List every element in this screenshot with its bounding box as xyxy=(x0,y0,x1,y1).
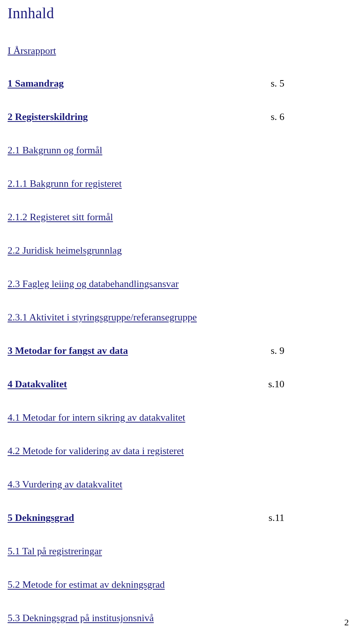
page-title: Innhald xyxy=(8,5,288,22)
toc-row: 5.2 Metode for estimat av dekningsgrad xyxy=(8,579,288,590)
toc-row: 2.2 Juridisk heimelsgrunnlag xyxy=(8,245,288,256)
toc-entry-label[interactable]: 4.1 Metodar for intern sikring av datakv… xyxy=(8,412,185,423)
toc-entry-page: s. 5 xyxy=(271,78,288,89)
toc-entry-label[interactable]: 2.2 Juridisk heimelsgrunnlag xyxy=(8,245,122,256)
toc-row: 4.2 Metode for validering av data i regi… xyxy=(8,445,288,457)
content-column: Innhald I Årsrapport 1 Samandrags. 52 Re… xyxy=(8,5,288,639)
toc-row: 4.3 Vurdering av datakvalitet xyxy=(8,479,288,490)
toc-list: 1 Samandrags. 52 Registerskildrings. 62.… xyxy=(8,78,288,639)
toc-entry-page: s.11 xyxy=(268,512,288,524)
toc-entry-label[interactable]: 3 Metodar for fangst av data xyxy=(8,345,128,357)
page-number: 2 xyxy=(344,617,349,628)
toc-row: 4 Datakvalitets.10 xyxy=(8,379,288,390)
toc-row: 2.1 Bakgrunn og formål xyxy=(8,145,288,156)
toc-entry-label[interactable]: 2.1.2 Registeret sitt formål xyxy=(8,211,113,223)
toc-entry-label[interactable]: 2.1.1 Bakgrunn for registeret xyxy=(8,178,122,189)
toc-entry-label[interactable]: 2.3 Fagleg leiing og databehandlingsansv… xyxy=(8,278,179,290)
toc-row: 5.3 Dekningsgrad på institusjonsnivå xyxy=(8,612,288,624)
toc-row: 5 Dekningsgrads.11 xyxy=(8,512,288,524)
toc-entry-label[interactable]: 4 Datakvalitet xyxy=(8,379,67,390)
toc-entry-page: s. 9 xyxy=(271,345,288,357)
toc-row: 2.3.1 Aktivitet i styringsgruppe/referan… xyxy=(8,312,288,323)
toc-entry-label[interactable]: 5.3 Dekningsgrad på institusjonsnivå xyxy=(8,612,154,624)
toc-entry-label[interactable]: 1 Samandrag xyxy=(8,78,64,89)
toc-row: 2 Registerskildrings. 6 xyxy=(8,111,288,123)
toc-entry-label[interactable]: 5.2 Metode for estimat av dekningsgrad xyxy=(8,579,165,590)
toc-entry-label[interactable]: 5 Dekningsgrad xyxy=(8,512,74,524)
toc-entry-label[interactable]: 2 Registerskildring xyxy=(8,111,88,123)
toc-entry-page: s. 6 xyxy=(271,111,288,123)
toc-entry-label[interactable]: 5.1 Tal på registreringar xyxy=(8,546,102,557)
part-heading: I Årsrapport xyxy=(8,45,288,57)
toc-row: 1 Samandrags. 5 xyxy=(8,78,288,89)
toc-row: 2.1.1 Bakgrunn for registeret xyxy=(8,178,288,189)
toc-row: 2.3 Fagleg leiing og databehandlingsansv… xyxy=(8,278,288,290)
page: Innhald I Årsrapport 1 Samandrags. 52 Re… xyxy=(0,0,364,639)
toc-entry-label[interactable]: 4.2 Metode for validering av data i regi… xyxy=(8,445,184,457)
toc-row: 2.1.2 Registeret sitt formål xyxy=(8,211,288,223)
toc-entry-label[interactable]: 4.3 Vurdering av datakvalitet xyxy=(8,479,122,490)
toc-entry-label[interactable]: 2.3.1 Aktivitet i styringsgruppe/referan… xyxy=(8,312,197,323)
toc-row: 3 Metodar for fangst av datas. 9 xyxy=(8,345,288,357)
toc-row: 4.1 Metodar for intern sikring av datakv… xyxy=(8,412,288,423)
toc-entry-page: s.10 xyxy=(268,379,288,390)
toc-entry-label[interactable]: 2.1 Bakgrunn og formål xyxy=(8,145,102,156)
toc-row: 5.1 Tal på registreringar xyxy=(8,546,288,557)
